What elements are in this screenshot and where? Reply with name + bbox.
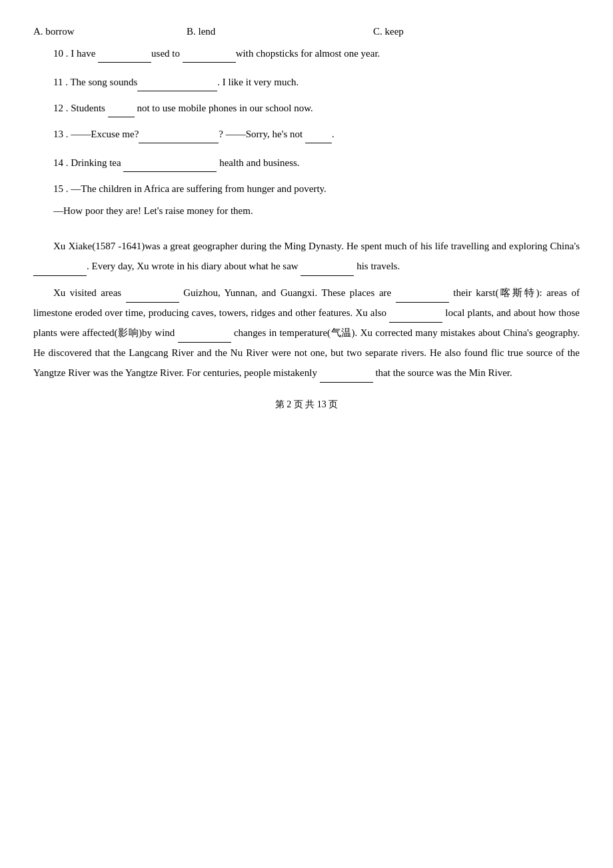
options-row-abc: A. borrow B. lend C. keep	[33, 23, 580, 41]
question-11: 11 . The song sounds. I like it very muc…	[33, 73, 580, 91]
page-number: 第 2 页 共 13 页	[33, 396, 580, 413]
blank-12	[108, 117, 135, 117]
blank-14	[123, 171, 217, 172]
page-content: A. borrow B. lend C. keep 10 . I have us…	[33, 23, 580, 413]
blank-p1-2	[301, 275, 354, 276]
blank-11	[137, 91, 217, 91]
question-12: 12 . Students not to use mobile phones i…	[33, 99, 580, 117]
question-15: 15 . —The children in Africa are sufferi…	[33, 180, 580, 198]
blank-p2-4	[178, 342, 231, 343]
blank-10-1	[98, 62, 151, 63]
blank-10-2	[183, 62, 236, 63]
option-b-lend: B. lend	[187, 23, 366, 41]
passage-paragraph-2: Xu visited areas Guizhou, Yunnan, and Gu…	[33, 283, 580, 383]
blank-p1-1	[33, 275, 87, 276]
option-c-keep: C. keep	[373, 23, 520, 41]
question-10: 10 . I have used to with chopsticks for …	[33, 45, 580, 63]
question-15-sub: —How poor they are! Let's raise money fo…	[33, 202, 580, 220]
passage-paragraph-1: Xu Xiake(1587 -1641)was a great geograph…	[33, 236, 580, 276]
blank-13-1	[139, 143, 219, 143]
blank-13-2	[305, 143, 332, 143]
option-a-borrow: A. borrow	[33, 23, 180, 41]
blank-p2-5	[320, 382, 373, 383]
question-13: 13 . ——Excuse me?? ——Sorry, he's not .	[33, 125, 580, 143]
blank-p2-3	[389, 322, 442, 323]
blank-p2-1	[126, 302, 179, 303]
question-14: 14 . Drinking tea health and business.	[33, 154, 580, 172]
blank-p2-2	[396, 302, 449, 303]
